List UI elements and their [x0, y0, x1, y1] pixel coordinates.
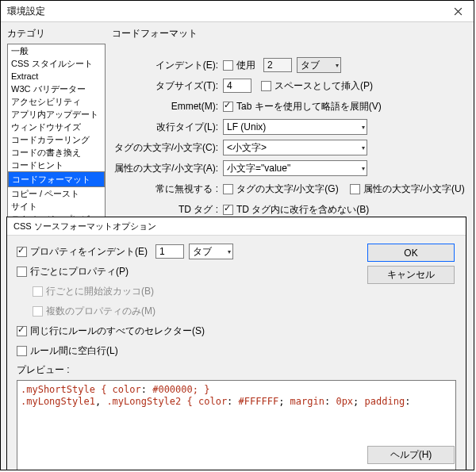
emmet-label: Emmet(M): — [112, 101, 218, 112]
close-button[interactable] — [442, 2, 474, 20]
tabsize-input[interactable] — [223, 79, 251, 93]
preview-label: プレビュー : — [17, 363, 456, 377]
ignore-label: 常に無視する : — [112, 182, 218, 196]
linetype-value: LF (Unix) — [227, 121, 266, 132]
category-list[interactable]: 一般 CSS スタイルシート Extract W3C バリデーター アクセシビリ… — [7, 44, 106, 237]
each-line-checkbox[interactable] — [17, 267, 27, 277]
sidebar-item[interactable]: Extract — [8, 70, 105, 83]
each-line-label: 行ごとにプロパティ(P) — [30, 265, 129, 278]
same-line-sel-label: 同じ行にルールのすべてのセレクター(S) — [30, 324, 205, 338]
open-brace-checkbox[interactable] — [33, 286, 43, 297]
indent-unit-select[interactable]: タブ▾ — [297, 57, 341, 73]
css-format-dialog: CSS ソースフォーマットオプション プロパティをインデント(E) タブ▾ 行ご… — [6, 217, 466, 470]
linetype-label: 改行タイプ(L): — [112, 121, 218, 134]
sidebar-item[interactable]: コードカラーリング — [8, 133, 105, 146]
blank-between-label: ルール間に空白行(L) — [30, 344, 118, 358]
indent-use-checkbox[interactable] — [223, 60, 233, 71]
tdtag-checkbox[interactable] — [223, 205, 233, 215]
attrcase-value: 小文字="value" — [227, 162, 290, 175]
tagcase-label: タグの大文字/小文字(C): — [112, 141, 218, 155]
sidebar-label: カテゴリ — [7, 27, 106, 40]
compound-only-checkbox[interactable] — [33, 306, 43, 317]
attrcase-select[interactable]: 小文字="value"▾ — [223, 160, 367, 176]
space-insert-text: スペースとして挿入(P) — [274, 79, 373, 93]
indent-size-input[interactable] — [263, 58, 292, 72]
indent-prop-unit-select[interactable]: タブ▾ — [189, 244, 233, 259]
cancel-button[interactable]: キャンセル — [367, 266, 455, 284]
sidebar-item[interactable]: ウィンドウサイズ — [8, 121, 105, 133]
attrcase-label: 属性の大文字/小文字(A): — [112, 162, 218, 175]
ignore-tag-checkbox[interactable] — [223, 184, 233, 194]
ok-button[interactable]: OK — [367, 244, 455, 262]
blank-between-checkbox[interactable] — [17, 346, 27, 356]
main-heading: コードフォーマット — [112, 27, 467, 40]
sidebar-item[interactable]: CSS スタイルシート — [8, 57, 105, 70]
ignore-tag-text: タグの大文字/小文字(G) — [236, 182, 339, 196]
compound-only-label: 複数のプロパティのみ(M) — [46, 305, 155, 318]
sidebar-item[interactable]: アプリ内アップデート — [8, 108, 105, 121]
titlebar: 環境設定 — [1, 1, 474, 22]
indent-unit-value: タブ — [301, 59, 320, 72]
indent-label: インデント(E): — [112, 59, 218, 72]
ignore-attr-checkbox[interactable] — [350, 184, 360, 194]
ignore-attr-text: 属性の大文字/小文字(U) — [363, 182, 465, 196]
sidebar-item[interactable]: コードヒント — [8, 159, 105, 171]
preferences-window: 環境設定 カテゴリ 一般 CSS スタイルシート Extract W3C バリデ… — [0, 0, 474, 470]
space-insert-checkbox[interactable] — [261, 81, 271, 91]
indent-prop-unit-value: タブ — [193, 245, 212, 259]
open-brace-label: 行ごとに開始波カッコ(B) — [46, 285, 154, 298]
sidebar-item[interactable]: コピー / ペースト — [8, 187, 105, 200]
emmet-checkbox[interactable] — [223, 102, 233, 112]
close-icon — [454, 7, 463, 16]
same-line-sel-checkbox[interactable] — [17, 326, 27, 336]
sidebar-item-selected[interactable]: コードフォーマット — [8, 171, 105, 187]
indent-use-text: 使用 — [236, 59, 255, 72]
dialog-title: CSS ソースフォーマットオプション — [7, 217, 466, 236]
indent-prop-label: プロパティをインデント(E) — [30, 245, 148, 259]
tdtag-text: TD タグ内に改行を含めない(B) — [236, 203, 369, 217]
tabsize-label: タブサイズ(T): — [112, 79, 218, 93]
sidebar-item[interactable]: コードの書き換え — [8, 146, 105, 159]
emmet-text: Tab キーを使用して略語を展開(V) — [236, 100, 382, 113]
help-button[interactable]: ヘルプ(H) — [367, 446, 455, 464]
window-title: 環境設定 — [7, 1, 45, 21]
tdtag-label: TD タグ : — [112, 203, 218, 217]
tagcase-value: <小文字> — [227, 141, 267, 155]
indent-prop-checkbox[interactable] — [17, 247, 27, 257]
sidebar-item[interactable]: アクセシビリティ — [8, 95, 105, 108]
linetype-select[interactable]: LF (Unix)▾ — [223, 119, 367, 135]
tagcase-select[interactable]: <小文字>▾ — [223, 140, 367, 155]
sidebar-item[interactable]: サイト — [8, 200, 105, 213]
sidebar-item[interactable]: W3C バリデーター — [8, 83, 105, 95]
sidebar-item[interactable]: 一般 — [8, 44, 105, 57]
indent-prop-size-input[interactable] — [155, 244, 184, 259]
